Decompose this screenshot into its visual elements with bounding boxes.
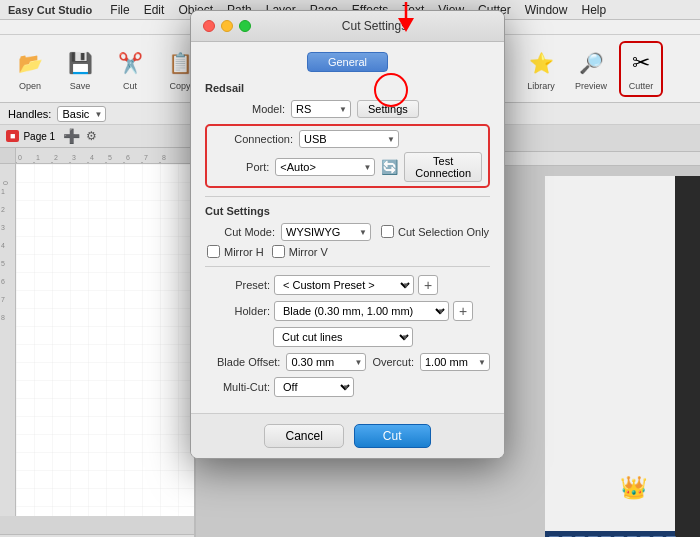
cutter-icon: ✂ bbox=[625, 47, 657, 79]
open-label: Open bbox=[19, 81, 41, 91]
mirror-h-checkbox[interactable] bbox=[207, 245, 220, 258]
holder-label: Holder: bbox=[205, 305, 270, 317]
modal-titlebar: Cut Settings bbox=[191, 11, 504, 42]
test-connection-button[interactable]: Test Connection bbox=[404, 152, 482, 182]
cut-mode-row: Cut Mode: WYSIWYG bbox=[205, 223, 371, 241]
zoom-button[interactable] bbox=[239, 20, 251, 32]
multi-cut-row: Multi-Cut: Off bbox=[205, 377, 490, 397]
app-name: Easy Cut Studio bbox=[8, 4, 92, 16]
blade-offset-select[interactable]: 0.30 mm bbox=[286, 353, 366, 371]
plotter-bed-dark: 👑 bbox=[545, 176, 700, 537]
preset-select-wrapper[interactable]: < Custom Preset > bbox=[274, 275, 414, 295]
refresh-button[interactable]: 🔄 bbox=[381, 159, 398, 175]
cut-icon: ✂️ bbox=[114, 47, 146, 79]
modal-title: Cut Settings bbox=[257, 19, 492, 33]
svg-text:5: 5 bbox=[1, 260, 5, 267]
port-select-wrapper[interactable]: <Auto> bbox=[275, 158, 375, 176]
svg-text:7: 7 bbox=[1, 296, 5, 303]
cut-selection-row[interactable]: Cut Selection Only bbox=[381, 225, 489, 238]
cut-selection-col: Cut Selection Only bbox=[381, 223, 489, 238]
menu-window[interactable]: Window bbox=[525, 3, 568, 17]
cut-mode-select[interactable]: WYSIWYG bbox=[281, 223, 371, 241]
cut-settings-modal: Cut Settings General Redsail Model: RS bbox=[190, 10, 505, 459]
handles-select-wrapper[interactable]: Basic bbox=[57, 106, 106, 122]
cancel-button[interactable]: Cancel bbox=[264, 424, 343, 448]
modal-footer: Cancel Cut bbox=[191, 413, 504, 458]
preset-row: Preset: < Custom Preset > + bbox=[205, 275, 490, 295]
cut-settings-section: Cut Settings Cut Mode: WYSIWYG bbox=[205, 205, 490, 258]
cut-lines-select[interactable]: Cut cut lines bbox=[273, 327, 413, 347]
mirror-h-label: Mirror H bbox=[224, 246, 264, 258]
svg-rect-27 bbox=[16, 164, 194, 516]
holder-select-wrapper[interactable]: Blade (0.30 mm, 1.00 mm) bbox=[274, 301, 449, 321]
settings-button[interactable]: Settings bbox=[357, 100, 419, 118]
cut-label: Cut bbox=[123, 81, 137, 91]
model-select-wrapper[interactable]: RS bbox=[291, 100, 351, 118]
cut-lines-row: Cut cut lines bbox=[273, 327, 490, 347]
svg-text:8: 8 bbox=[1, 314, 5, 321]
close-button[interactable] bbox=[203, 20, 215, 32]
redsail-label: Redsail bbox=[205, 82, 490, 94]
copy-label: Copy bbox=[169, 81, 190, 91]
menu-file[interactable]: File bbox=[110, 3, 129, 17]
preview-button[interactable]: 🔎 Preview bbox=[569, 41, 613, 97]
multi-cut-select-wrapper[interactable]: Off bbox=[274, 377, 354, 397]
cutter-button[interactable]: ✂ Cutter bbox=[619, 41, 663, 97]
model-row: Model: RS Settings bbox=[205, 100, 490, 118]
mirror-h-row[interactable]: Mirror H bbox=[207, 245, 264, 258]
separator-1 bbox=[205, 196, 490, 197]
svg-text:3: 3 bbox=[1, 224, 5, 231]
add-page-icon[interactable]: ➕ bbox=[63, 128, 80, 144]
multi-cut-select[interactable]: Off bbox=[274, 377, 354, 397]
cut-confirm-button[interactable]: Cut bbox=[354, 424, 431, 448]
connection-label: Connection: bbox=[213, 133, 293, 145]
handles-label: Handles: bbox=[8, 108, 51, 120]
cut-selection-label: Cut Selection Only bbox=[398, 226, 489, 238]
cut-mode-select-wrapper[interactable]: WYSIWYG bbox=[281, 223, 371, 241]
open-button[interactable]: 📂 Open bbox=[8, 41, 52, 97]
plotter-material: 👑 bbox=[545, 176, 675, 531]
cut-mode-label: Cut Mode: bbox=[205, 226, 275, 238]
overcut-select[interactable]: 1.00 mm bbox=[420, 353, 490, 371]
preset-add-button[interactable]: + bbox=[418, 275, 438, 295]
model-select[interactable]: RS bbox=[291, 100, 351, 118]
general-button[interactable]: General bbox=[307, 52, 388, 72]
handles-select[interactable]: Basic bbox=[57, 106, 106, 122]
svg-text:7: 7 bbox=[144, 154, 148, 161]
mirror-v-checkbox[interactable] bbox=[272, 245, 285, 258]
svg-text:6: 6 bbox=[1, 278, 5, 285]
svg-text:1: 1 bbox=[36, 154, 40, 161]
mirror-v-row[interactable]: Mirror V bbox=[272, 245, 328, 258]
connection-select-wrapper[interactable]: USB bbox=[299, 130, 399, 148]
cut-selection-checkbox[interactable] bbox=[381, 225, 394, 238]
connection-select[interactable]: USB bbox=[299, 130, 399, 148]
minimize-button[interactable] bbox=[221, 20, 233, 32]
menu-edit[interactable]: Edit bbox=[144, 3, 165, 17]
svg-text:2: 2 bbox=[1, 206, 5, 213]
overcut-label: Overcut: bbox=[372, 356, 414, 368]
library-button[interactable]: ⭐ Library bbox=[519, 41, 563, 97]
main-area: ■ Page 1 ➕ ⚙ 0 1 2 3 4 5 6 7 bbox=[0, 125, 700, 537]
settings-page-icon[interactable]: ⚙ bbox=[86, 129, 97, 143]
menu-help[interactable]: Help bbox=[581, 3, 606, 17]
svg-text:8: 8 bbox=[162, 154, 166, 161]
svg-text:6: 6 bbox=[126, 154, 130, 161]
holder-add-button[interactable]: + bbox=[453, 301, 473, 321]
cut-lines-select-wrapper[interactable]: Cut cut lines bbox=[273, 327, 413, 347]
save-button[interactable]: 💾 Save bbox=[58, 41, 102, 97]
holder-select[interactable]: Blade (0.30 mm, 1.00 mm) bbox=[274, 301, 449, 321]
cut-mode-col: Cut Mode: WYSIWYG Mirror bbox=[205, 223, 371, 258]
port-label: Port: bbox=[213, 161, 269, 173]
blade-offset-select-wrapper[interactable]: 0.30 mm bbox=[286, 353, 366, 371]
cut-button[interactable]: ✂️ Cut bbox=[108, 41, 152, 97]
port-select[interactable]: <Auto> bbox=[275, 158, 375, 176]
preset-select[interactable]: < Custom Preset > bbox=[274, 275, 414, 295]
cut-settings-label: Cut Settings bbox=[205, 205, 490, 217]
cut-settings-rows: Cut Mode: WYSIWYG Mirror bbox=[205, 223, 490, 258]
svg-text:4: 4 bbox=[1, 242, 5, 249]
left-panel: ■ Page 1 ➕ ⚙ 0 1 2 3 4 5 6 7 bbox=[0, 125, 195, 537]
overcut-select-wrapper[interactable]: 1.00 mm bbox=[420, 353, 490, 371]
rollers-bar bbox=[545, 531, 675, 537]
open-icon: 📂 bbox=[14, 47, 46, 79]
page-label: Page 1 bbox=[23, 131, 55, 142]
